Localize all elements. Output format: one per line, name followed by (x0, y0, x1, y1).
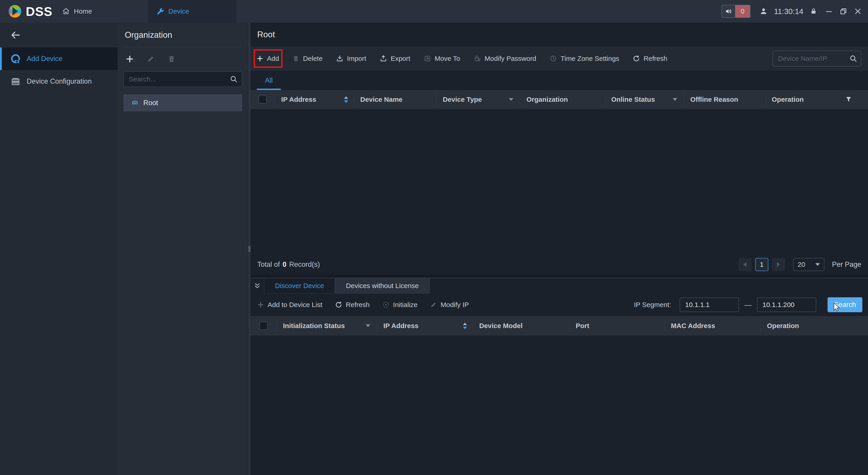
sidebar-item-add-device[interactable]: Add Device (0, 48, 118, 70)
column-ip-address: IP Address (377, 316, 473, 335)
dropdown-caret-icon[interactable] (366, 324, 370, 327)
add-button-label: Add (267, 55, 279, 62)
tab-home-label: Home (74, 7, 92, 15)
export-button[interactable]: Export (380, 55, 410, 62)
pagination-row: Total of0Record(s) 1 20 Per Page (250, 254, 868, 275)
org-tree-item-label: Root (143, 99, 158, 107)
sort-icon[interactable] (463, 323, 467, 329)
prev-page-button[interactable] (739, 258, 752, 271)
lock-icon[interactable] (810, 8, 817, 15)
column-online-status: Online Status (605, 90, 684, 109)
refresh-button[interactable]: Refresh (633, 55, 667, 62)
org-search-input[interactable] (129, 75, 228, 83)
column-device-name: Device Name (354, 90, 436, 109)
search-icon[interactable] (229, 75, 238, 83)
dss-logo-icon (8, 4, 22, 19)
sidebar-item-device-configuration[interactable]: Device Configuration (0, 70, 118, 93)
add-to-device-list-button[interactable]: Add to Device List (257, 301, 322, 308)
delete-button-label: Delete (303, 55, 322, 62)
time-zone-settings-button-label: Time Zone Settings (561, 55, 619, 62)
home-icon (62, 7, 70, 15)
refresh-icon (633, 55, 640, 62)
move-to-button-label: Move To (435, 55, 460, 62)
logo-text: DSS (26, 4, 53, 19)
panel-splitter[interactable] (248, 23, 250, 475)
move-to-button[interactable]: Move To (424, 55, 460, 62)
record-total: Total of0Record(s) (257, 261, 320, 269)
current-page-button[interactable]: 1 (755, 258, 768, 271)
add-device-icon (10, 54, 21, 64)
ip-segment-group: IP Segment: — Search (634, 293, 862, 316)
ip-segment-label: IP Segment: (634, 301, 671, 308)
column-ip-address: IP Address (275, 90, 354, 109)
tab-discover-device[interactable]: Discover Device (264, 278, 335, 293)
collapse-panel-button[interactable] (250, 278, 264, 293)
org-edit-button[interactable] (147, 55, 155, 63)
alarm-sound-control[interactable]: 0 (721, 5, 750, 18)
time-zone-icon (550, 55, 557, 62)
tab-device[interactable]: Device (148, 0, 236, 23)
discover-panel: Discover Device Devices without License … (250, 278, 868, 475)
ip-segment-start-input[interactable] (680, 298, 739, 312)
search-icon[interactable] (849, 54, 858, 63)
main-panel: Root Add Delete Import Export (250, 23, 868, 475)
org-search-box (123, 71, 242, 87)
column-device-type: Device Type (436, 90, 520, 109)
sort-icon[interactable] (344, 96, 348, 103)
org-delete-button[interactable] (168, 55, 176, 63)
device-search-box (773, 51, 861, 66)
import-button[interactable]: Import (336, 55, 366, 62)
column-operation: Operation (761, 316, 868, 335)
trash-icon (292, 55, 299, 62)
tab-all[interactable]: All (257, 77, 281, 90)
minimize-icon[interactable] (825, 7, 833, 15)
import-icon (336, 55, 343, 62)
organization-title: Organization (123, 23, 242, 47)
initialize-icon (382, 301, 390, 308)
dropdown-caret-icon (815, 263, 820, 266)
ip-segment-end-input[interactable] (757, 298, 816, 312)
filter-icon[interactable] (845, 96, 852, 103)
device-search-input[interactable] (778, 55, 847, 62)
initialize-button[interactable]: Initialize (382, 301, 417, 308)
pencil-icon (430, 301, 437, 308)
discover-refresh-button[interactable]: Refresh (335, 301, 370, 308)
tab-devices-without-license[interactable]: Devices without License (335, 278, 430, 293)
page-size-select[interactable]: 20 (793, 258, 825, 271)
restore-icon[interactable] (839, 7, 847, 15)
delete-button[interactable]: Delete (292, 55, 322, 62)
dropdown-caret-icon[interactable] (673, 98, 677, 101)
panel-gap (250, 275, 868, 278)
column-device-model: Device Model (473, 316, 569, 335)
modify-ip-button[interactable]: Modify IP (430, 301, 469, 308)
modify-password-icon (474, 55, 481, 62)
next-arrow-icon (777, 262, 780, 267)
org-add-button[interactable] (126, 55, 134, 63)
ip-search-button[interactable]: Search (828, 297, 862, 312)
app-logo: DSS (8, 0, 53, 23)
column-organization: Organization (520, 90, 605, 109)
time-zone-settings-button[interactable]: Time Zone Settings (550, 55, 619, 62)
device-config-icon (10, 76, 21, 87)
user-icon[interactable] (760, 7, 768, 16)
discover-select-all-checkbox[interactable] (259, 322, 268, 330)
alarm-count-badge: 0 (735, 5, 750, 18)
tab-home[interactable]: Home (58, 0, 96, 23)
org-site-icon (131, 99, 139, 107)
column-port: Port (569, 316, 664, 335)
modify-password-button[interactable]: Modify Password (474, 55, 536, 62)
dropdown-caret-icon[interactable] (509, 98, 513, 101)
column-operation: Operation (765, 90, 868, 109)
add-button[interactable]: Add (256, 55, 279, 62)
back-button[interactable] (9, 29, 21, 41)
discover-toolbar: Add to Device List Refresh Initialize Mo… (250, 293, 868, 316)
close-icon[interactable] (854, 7, 862, 15)
per-page-label: Per Page (832, 261, 861, 269)
wrench-icon (157, 7, 164, 15)
org-tree-item-root[interactable]: Root (123, 94, 242, 112)
import-button-label: Import (347, 55, 366, 62)
refresh-icon (335, 301, 342, 308)
next-page-button[interactable] (772, 258, 785, 271)
select-all-checkbox[interactable] (258, 95, 267, 103)
page-title: Root (257, 30, 275, 39)
